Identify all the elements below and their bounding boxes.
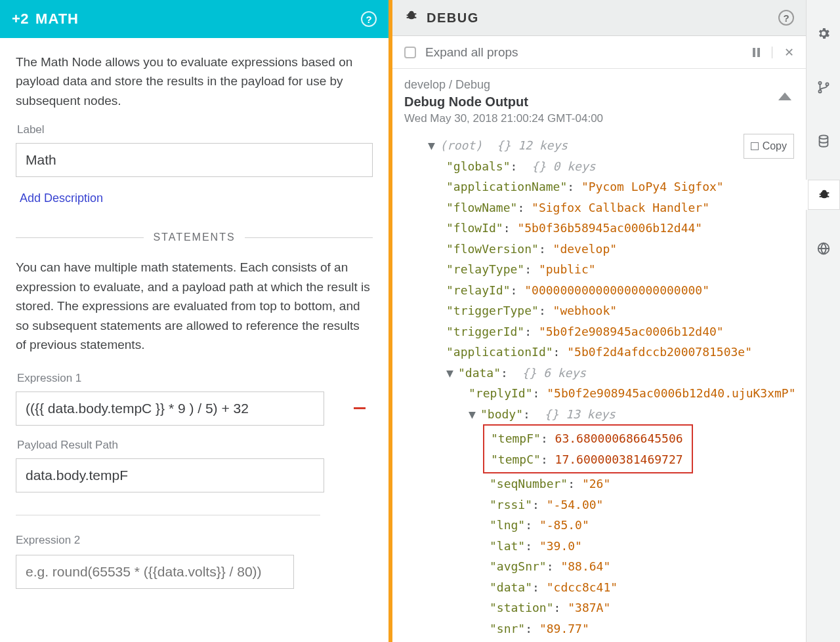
label-field-label: Label: [17, 123, 373, 136]
json-row[interactable]: "triggerId": "5b0f2e908945ac0006b12d40": [404, 321, 794, 342]
json-row[interactable]: "station": "387A": [404, 597, 794, 618]
json-viewer: Copy ▼(root) {} 12 keys "globals": {} 0 …: [392, 132, 806, 642]
json-row[interactable]: "flowId": "5b0f36b58945ac0006b12d44": [404, 218, 794, 239]
add-description-link[interactable]: Add Description: [20, 191, 103, 205]
svg-point-1: [818, 90, 821, 92]
expand-row: Expand all props ✕: [392, 36, 806, 69]
minus-icon: [354, 407, 366, 409]
json-row[interactable]: "seqNumber": "26": [404, 473, 794, 494]
debug-panel: DEBUG ? Expand all props ✕ develop / Deb…: [392, 0, 806, 642]
copy-button[interactable]: Copy: [744, 134, 794, 159]
debug-node-title: Debug Node Output: [404, 94, 794, 110]
math-intro: The Math Node allows you to evaluate exp…: [16, 52, 373, 110]
json-row[interactable]: "relayId": "000000000000000000000000": [404, 280, 794, 301]
expand-all-checkbox[interactable]: [404, 47, 416, 58]
json-row[interactable]: "relayType": "public": [404, 259, 794, 280]
json-row[interactable]: "lat": "39.0": [404, 536, 794, 557]
json-row[interactable]: "tempF": 63.680000686645506: [491, 428, 685, 449]
math-title: MATH: [35, 10, 79, 28]
json-row[interactable]: "tempC": 17.600000381469727: [491, 449, 685, 470]
json-row[interactable]: "applicationId": "5b0f2d4afdccb200078150…: [404, 342, 794, 363]
expand-all-label: Expand all props: [425, 45, 518, 60]
rail-branch-icon[interactable]: [807, 72, 840, 102]
close-icon[interactable]: ✕: [784, 45, 794, 60]
json-data-node[interactable]: ▼"data": {} 6 keys: [404, 363, 794, 384]
right-rail: [806, 0, 840, 642]
svg-point-2: [826, 83, 828, 85]
expression-2-label: Expression 2: [16, 534, 373, 547]
json-row[interactable]: "data": "cdcc8c41": [404, 577, 794, 598]
toolbar-divider: [772, 47, 772, 58]
label-input[interactable]: [16, 143, 373, 177]
json-row[interactable]: "rssi": "-54.00": [404, 494, 794, 515]
breadcrumb: develop / Debug: [404, 78, 794, 92]
json-row[interactable]: "globals": {} 0 keys: [404, 156, 794, 177]
debug-title-word: DEBUG: [427, 10, 479, 26]
pause-icon[interactable]: [753, 48, 760, 57]
json-root[interactable]: ▼(root) {} 12 keys: [404, 135, 794, 156]
rail-settings-icon[interactable]: [807, 18, 840, 49]
result-path-input[interactable]: [16, 458, 324, 492]
statement-separator: [16, 515, 320, 515]
highlighted-values: "tempF": 63.680000686645506 "tempC": 17.…: [483, 424, 693, 473]
rail-debug-icon[interactable]: [806, 180, 840, 210]
statements-description: You can have multiple math statements. E…: [16, 258, 373, 354]
json-row[interactable]: "replyId": "5b0f2e908945ac0006b12d40.uju…: [404, 383, 794, 404]
json-row[interactable]: "lng": "-85.0": [404, 515, 794, 536]
statements-heading: STATEMENTS: [153, 231, 235, 243]
rail-globe-icon[interactable]: [807, 233, 840, 264]
result-path-label: Payload Result Path: [17, 439, 373, 452]
math-badge: +2: [12, 10, 29, 28]
math-header: +2 MATH ?: [0, 0, 388, 38]
json-row[interactable]: "avgSnr": "88.64": [404, 556, 794, 577]
collapse-icon[interactable]: [778, 92, 791, 100]
json-row[interactable]: "flowName": "Sigfox Callback Handler": [404, 197, 794, 218]
statements-divider: STATEMENTS: [16, 231, 373, 243]
debug-help-icon[interactable]: ?: [778, 10, 794, 26]
rail-database-icon[interactable]: [807, 126, 840, 156]
copy-icon: [751, 142, 759, 150]
json-row[interactable]: "triggerType": "webhook": [404, 300, 794, 321]
expression-2-input[interactable]: [16, 555, 294, 589]
debug-timestamp: Wed May 30, 2018 21:00:24 GMT-04:00: [404, 112, 794, 125]
svg-point-3: [819, 135, 828, 139]
svg-point-0: [818, 82, 821, 85]
json-row[interactable]: "snr": "89.77": [404, 618, 794, 639]
debug-meta: develop / Debug Debug Node Output Wed Ma…: [392, 69, 806, 132]
math-body: The Math Node allows you to evaluate exp…: [0, 38, 388, 642]
expression-1-input[interactable]: [16, 391, 324, 426]
bug-icon: [404, 9, 419, 27]
json-row[interactable]: "flowVersion": "develop": [404, 239, 794, 260]
remove-statement-button[interactable]: [346, 395, 373, 422]
expression-1-label: Expression 1: [17, 372, 373, 385]
debug-header: DEBUG ?: [392, 0, 806, 36]
json-row[interactable]: "applicationName": "Pycom LoPy4 Sigfox": [404, 176, 794, 197]
help-icon[interactable]: ?: [361, 11, 377, 27]
json-body-node[interactable]: ▼"body": {} 13 keys: [404, 404, 794, 425]
math-node-panel: +2 MATH ? The Math Node allows you to ev…: [0, 0, 392, 642]
